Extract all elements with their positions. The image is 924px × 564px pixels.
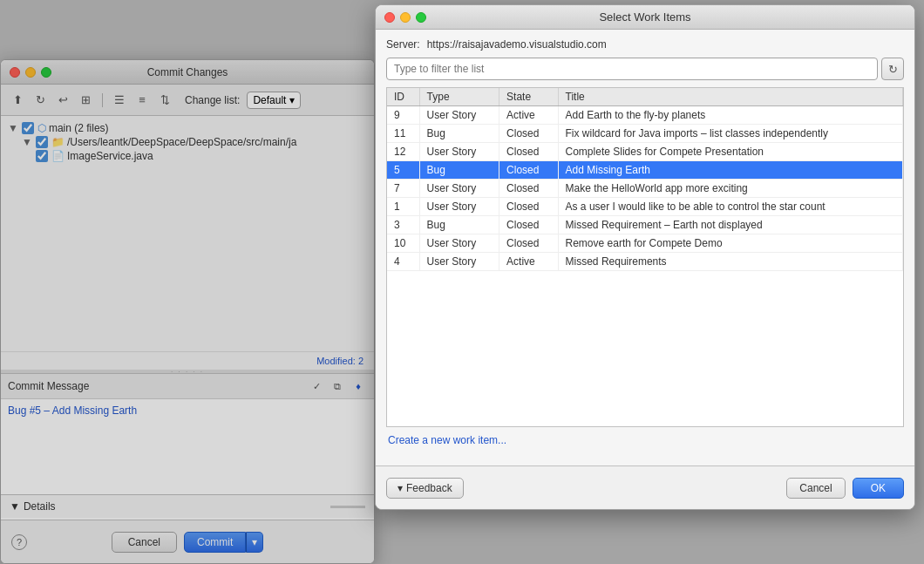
col-type: Type [419, 88, 499, 106]
table-row[interactable]: 10User StoryClosedRemove earth for Compe… [387, 234, 903, 253]
cell-state: Closed [499, 216, 558, 234]
cell-state: Closed [499, 143, 558, 161]
cell-id: 4 [387, 253, 419, 271]
dialog-body: Server: https://raisajavademo.visualstud… [376, 30, 914, 459]
dialog-cancel-button[interactable]: Cancel [786, 478, 845, 499]
dialog-bottom: ▾ Feedback Cancel OK [376, 465, 914, 509]
cell-title: Missed Requirements [558, 253, 902, 271]
select-work-items-dialog: Select Work Items Server: https://raisaj… [375, 4, 915, 510]
dialog-title: Select Work Items [599, 10, 690, 24]
cell-title: Fix wildcard for Java imports – list cla… [558, 125, 902, 143]
table-row[interactable]: 7User StoryClosedMake the HelloWorld app… [387, 180, 903, 198]
cell-id: 7 [387, 180, 419, 198]
server-label: Server: [386, 38, 420, 51]
cell-title: As a user I would like to be able to con… [558, 198, 902, 216]
refresh-button[interactable]: ↻ [881, 58, 904, 80]
cell-type: User Story [419, 180, 499, 198]
dialog-bottom-left: ▾ Feedback [386, 478, 786, 499]
cell-state: Closed [499, 125, 558, 143]
col-state: State [499, 88, 558, 106]
table-row[interactable]: 11BugClosedFix wildcard for Java imports… [387, 125, 903, 143]
filter-row: ↻ [386, 58, 904, 80]
table-header: ID Type State Title [387, 88, 903, 106]
cell-title: Complete Slides for Compete Presentation [558, 143, 902, 161]
dialog-titlebar: Select Work Items [376, 5, 914, 30]
cell-id: 12 [387, 143, 419, 161]
cell-title: Missed Requirement – Earth not displayed [558, 216, 902, 234]
server-url: https://raisajavademo.visualstudio.com [427, 38, 607, 51]
cell-state: Closed [499, 180, 558, 198]
cell-type: User Story [419, 106, 499, 125]
work-items-table-container[interactable]: ID Type State Title 9User StoryActiveAdd… [386, 87, 904, 427]
dialog-close-button[interactable] [384, 12, 395, 23]
cell-id: 10 [387, 234, 419, 253]
dialog-minimize-button[interactable] [400, 12, 411, 23]
col-id: ID [387, 88, 419, 106]
work-items-tbody: 9User StoryActiveAdd Earth to the fly-by… [387, 106, 903, 271]
cell-type: Bug [419, 216, 499, 234]
work-items-table: ID Type State Title 9User StoryActiveAdd… [387, 88, 903, 271]
feedback-arrow-icon: ▾ [397, 482, 403, 494]
cell-type: Bug [419, 161, 499, 180]
cell-id: 9 [387, 106, 419, 125]
table-row[interactable]: 3BugClosedMissed Requirement – Earth not… [387, 216, 903, 234]
server-row: Server: https://raisajavademo.visualstud… [386, 38, 904, 51]
cell-state: Closed [499, 234, 558, 253]
table-row[interactable]: 4User StoryActiveMissed Requirements [387, 253, 903, 271]
cell-title: Add Earth to the fly-by planets [558, 106, 902, 125]
cell-id: 1 [387, 198, 419, 216]
cell-type: User Story [419, 234, 499, 253]
dialog-traffic-lights [384, 12, 426, 23]
cell-title: Make the HelloWorld app more exciting [558, 180, 902, 198]
table-row[interactable]: 9User StoryActiveAdd Earth to the fly-by… [387, 106, 903, 125]
dialog-maximize-button[interactable] [416, 12, 426, 23]
cell-state: Active [499, 253, 558, 271]
table-row[interactable]: 1User StoryClosedAs a user I would like … [387, 198, 903, 216]
cell-type: User Story [419, 198, 499, 216]
cell-id: 3 [387, 216, 419, 234]
cell-state: Active [499, 106, 558, 125]
cell-id: 11 [387, 125, 419, 143]
table-row[interactable]: 5BugClosedAdd Missing Earth [387, 161, 903, 180]
cell-title: Remove earth for Compete Demo [558, 234, 902, 253]
dialog-bottom-right: Cancel OK [786, 478, 904, 499]
feedback-button[interactable]: ▾ Feedback [386, 478, 464, 499]
cell-id: 5 [387, 161, 419, 180]
col-title: Title [558, 88, 902, 106]
dialog-ok-button[interactable]: OK [853, 478, 904, 499]
create-work-item-link[interactable]: Create a new work item... [386, 427, 904, 450]
cell-state: Closed [499, 161, 558, 180]
cell-state: Closed [499, 198, 558, 216]
cell-type: Bug [419, 125, 499, 143]
table-row[interactable]: 12User StoryClosedComplete Slides for Co… [387, 143, 903, 161]
cell-type: User Story [419, 143, 499, 161]
cell-type: User Story [419, 253, 499, 271]
cell-title: Add Missing Earth [558, 161, 902, 180]
filter-input[interactable] [386, 58, 878, 80]
